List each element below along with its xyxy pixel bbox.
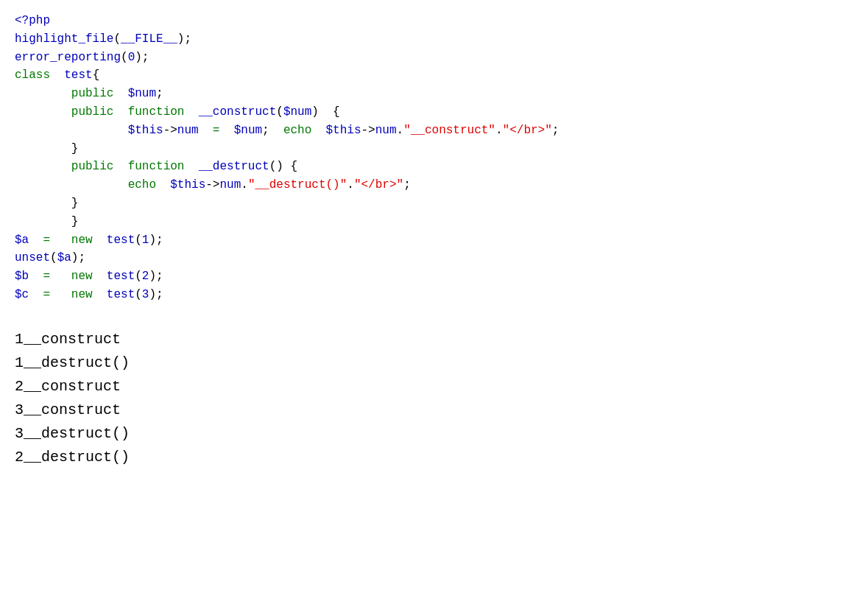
code-line-line11: }: [15, 194, 853, 213]
code-line-line14: unset($a);: [15, 249, 853, 267]
code-line-line15: $b = new test(2);: [15, 267, 853, 286]
code-line-line9: public function __destruct() {: [15, 158, 853, 176]
output-line: 3__destruct(): [15, 422, 853, 446]
code-line-line10: echo $this->num."__destruct()"."</br>";: [15, 176, 853, 194]
output-line: 3__construct: [15, 399, 853, 422]
code-line-line12: }: [15, 213, 853, 231]
code-line-line1: <?php: [15, 12, 853, 30]
code-line-line5: public $num;: [15, 85, 853, 103]
code-line-line16: $c = new test(3);: [15, 286, 853, 304]
output-line: 2__construct: [15, 375, 853, 399]
code-line-line13: $a = new test(1);: [15, 231, 853, 250]
output-line: 1__construct: [15, 328, 853, 351]
code-line-line3: error_reporting(0);: [15, 49, 853, 67]
code-line-line8: }: [15, 140, 853, 158]
output-block: 1__construct1__destruct()2__construct3__…: [15, 328, 853, 469]
code-line-line2: highlight_file(__FILE__);: [15, 30, 853, 49]
code-line-line6: public function __construct($num) {: [15, 103, 853, 122]
output-line: 2__destruct(): [15, 446, 853, 469]
code-line-line7: $this->num = $num; echo $this->num."__co…: [15, 122, 853, 140]
code-block: <?phphighlight_file(__FILE__);error_repo…: [15, 12, 853, 304]
output-line: 1__destruct(): [15, 351, 853, 375]
code-line-line4: class test{: [15, 66, 853, 85]
